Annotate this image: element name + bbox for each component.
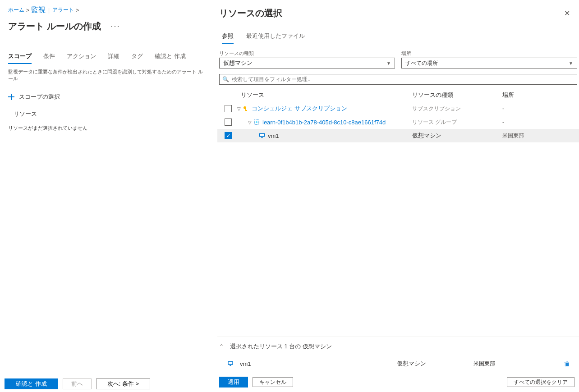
resource-type-label: リソースの種類 [219,50,395,57]
breadcrumb-alerts[interactable]: アラート [52,6,74,14]
resource-row[interactable]: ▽コンシェルジェ サブスクリプションサブスクリプション- [217,102,579,115]
col-type: リソースの種類 [412,91,502,99]
next-button[interactable]: 次へ: 条件 > [96,378,150,389]
resource-name[interactable]: learn-0f1b4b1b-2a78-405d-8c10-c8ae1661f7… [262,119,386,126]
resource-row[interactable]: ✓vm1仮想マシン米国東部 [217,129,579,142]
tab-scope[interactable]: スコープ [8,52,32,64]
panel-tab-recent[interactable]: 最近使用したファイル [246,32,305,44]
selected-resource-row: vm1 仮想マシン 米国東部 🗑 [217,354,579,373]
location-label: 場所 [401,50,577,57]
svg-rect-9 [229,362,233,364]
select-scope-label: スコープの選択 [19,93,60,101]
wizard-footer: 確認と 作成 前へ 次へ: 条件 > [5,378,150,389]
resource-column-header: リソース [0,105,212,121]
apply-button[interactable]: 適用 [219,377,248,387]
resource-type: 仮想マシン [412,132,502,140]
resource-location: - [502,105,579,112]
selected-resource-loc: 米国東部 [473,360,564,368]
resource-location: - [502,119,579,125]
panel-tab-browse[interactable]: 参照 [222,32,234,44]
rg-icon [253,119,260,125]
resource-search-box[interactable]: 🔍 [219,74,577,85]
col-resource: リソース [237,91,412,99]
review-create-button[interactable]: 確認と 作成 [5,378,58,389]
no-resource-message: リソースがまだ選択されていません [0,121,212,135]
resource-search-input[interactable] [232,76,574,82]
key-icon [243,105,249,112]
vm-icon [227,360,234,367]
select-scope-button[interactable]: スコープの選択 [0,86,212,105]
divider-icon: | [48,7,50,14]
page-title: アラート ルールの作成 [8,20,101,32]
clear-selection-button[interactable]: すべての選択をクリア [507,377,574,387]
selected-resource-type: 仮想マシン [397,360,473,368]
tab-actions[interactable]: アクション [67,52,96,63]
chevron-down-icon: ▼ [386,61,391,66]
resource-table-header: リソース リソースの種類 場所 [217,88,579,102]
breadcrumb-home[interactable]: ホーム [8,6,24,14]
resource-location: 米国東部 [502,132,579,140]
svg-rect-7 [261,137,262,138]
resource-checkbox[interactable] [225,119,232,126]
chevron-right-icon: > [26,7,29,14]
resource-name: vm1 [268,132,279,139]
selected-resource-name: vm1 [240,360,251,367]
delete-icon[interactable]: 🗑 [564,360,574,367]
svg-point-4 [256,121,257,123]
resource-type: サブスクリプション [412,105,502,113]
resource-row[interactable]: ▽learn-0f1b4b1b-2a78-405d-8c10-c8ae1661f… [217,115,579,129]
more-menu-button[interactable]: ··· [111,22,120,31]
close-icon[interactable]: ✕ [561,7,573,19]
breadcrumb: ホーム > 監視 | アラート > [0,4,212,17]
chevron-down-icon[interactable]: ▽ [237,106,241,111]
tab-tags[interactable]: タグ [131,52,143,63]
col-location: 場所 [502,91,579,99]
select-resource-panel: リソースの選択 ✕ 参照 最近使用したファイル リソースの種類 仮想マシン ▼ … [217,0,579,392]
selected-summary: 選択されたリソース 1 台の 仮想マシン [230,342,332,351]
svg-rect-10 [230,365,231,366]
resource-name[interactable]: コンシェルジェ サブスクリプション [252,105,347,113]
resource-checkbox[interactable] [225,105,232,112]
search-icon: 🔍 [222,76,229,82]
cancel-button[interactable]: キャンセル [253,377,293,387]
resource-type: リソース グループ [412,119,502,126]
location-select[interactable]: すべての場所 ▼ [401,58,577,68]
resource-tree: ▽コンシェルジェ サブスクリプションサブスクリプション-▽learn-0f1b4… [217,102,579,142]
svg-rect-6 [260,134,264,136]
panel-title: リソースの選択 [219,7,282,19]
breadcrumb-monitor[interactable]: 監視 [31,5,46,15]
tab-description: 監視データに重要な条件が検出されたときに問題を識別して対処するためのアラート ル… [0,64,212,86]
resource-type-select[interactable]: 仮想マシン ▼ [219,58,395,68]
chevron-right-icon: > [76,7,79,14]
tab-condition[interactable]: 条件 [43,52,55,63]
chevron-down-icon: ▼ [569,61,573,66]
chevron-down-icon[interactable]: ▽ [248,120,252,125]
chevron-up-icon[interactable]: ⌃ [219,343,224,350]
resource-checkbox[interactable]: ✓ [225,132,232,139]
vm-icon [259,132,265,139]
location-value: すべての場所 [405,59,438,67]
svg-rect-2 [245,110,247,111]
tab-details[interactable]: 詳細 [108,52,119,63]
resource-type-value: 仮想マシン [223,59,253,67]
plus-icon [8,94,14,100]
prev-button[interactable]: 前へ [63,378,92,389]
tab-review[interactable]: 確認と 作成 [155,52,186,63]
wizard-tabs: スコープ 条件 アクション 詳細 タグ 確認と 作成 [0,39,212,64]
